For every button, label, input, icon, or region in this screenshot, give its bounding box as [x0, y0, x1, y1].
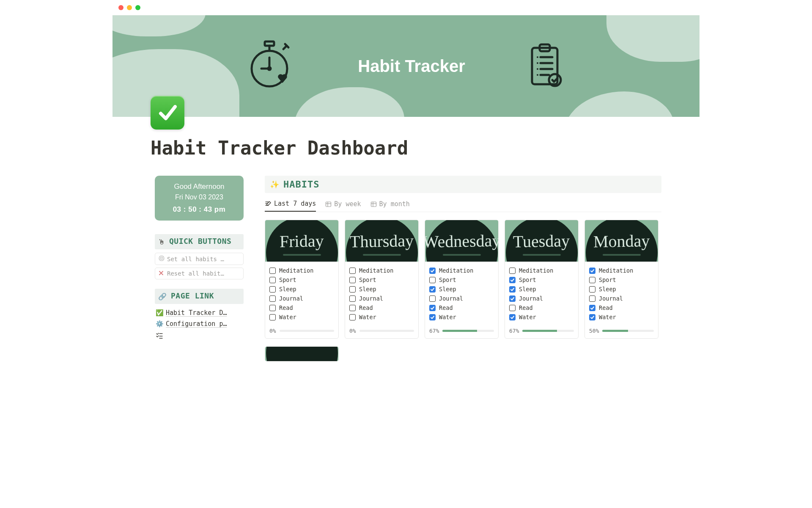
checkbox-icon: [429, 286, 436, 293]
habit-checkbox-row[interactable]: Meditation: [349, 266, 414, 275]
habit-label: Meditation: [599, 267, 633, 274]
habit-checkbox-row[interactable]: Water: [269, 312, 334, 322]
day-card[interactable]: ThursdayMeditationSportSleepJournalReadW…: [345, 220, 419, 339]
checkbox-icon: [509, 295, 516, 302]
habit-label: Journal: [439, 295, 463, 302]
table-icon: [325, 201, 332, 207]
habit-list: MeditationSportSleepJournalReadWater: [585, 262, 658, 325]
day-name-label: Thursday: [350, 230, 414, 251]
habit-label: Meditation: [519, 267, 553, 274]
day-card-cover: Monday: [585, 220, 658, 262]
habit-checkbox-row[interactable]: Sleep: [509, 284, 574, 294]
day-card[interactable]: FridayMeditationSportSleepJournalReadWat…: [265, 220, 339, 339]
reset-all-habits-button[interactable]: Reset all habit…: [155, 268, 244, 279]
habit-checkbox-row[interactable]: Sleep: [269, 284, 334, 294]
todo-icon-row[interactable]: [155, 329, 244, 342]
day-name-label: Friday: [280, 231, 324, 251]
habit-label: Meditation: [279, 267, 313, 274]
habit-checkbox-row[interactable]: Read: [429, 303, 494, 312]
checkbox-icon: [429, 277, 436, 283]
clock-date: Fri Nov 03 2023: [158, 193, 240, 201]
habit-list: MeditationSportSleepJournalReadWater: [345, 262, 418, 325]
habit-checkbox-row[interactable]: Sport: [429, 275, 494, 284]
habit-checkbox-row[interactable]: Journal: [349, 294, 414, 303]
day-card-cover: [265, 347, 338, 362]
habit-label: Sleep: [439, 286, 456, 293]
tab-label: Last 7 days: [274, 200, 316, 207]
window-minimize-button[interactable]: [127, 5, 132, 10]
habit-checkbox-row[interactable]: Journal: [269, 294, 334, 303]
habit-checkbox-row[interactable]: Read: [349, 303, 414, 312]
set-all-habits-button[interactable]: Set all habits …: [155, 253, 244, 265]
habit-checkbox-row[interactable]: Water: [589, 312, 654, 322]
svg-point-21: [161, 258, 162, 259]
habit-checkbox-row[interactable]: Meditation: [589, 266, 654, 275]
day-card-cover: Thursday: [345, 220, 418, 262]
svg-point-10: [537, 56, 538, 58]
habit-label: Read: [519, 304, 533, 311]
habit-checkbox-row[interactable]: Sport: [269, 275, 334, 284]
day-card[interactable]: MeditationSportSleepJournalReadWater: [265, 346, 339, 362]
day-card[interactable]: TuesdayMeditationSportSleepJournalReadWa…: [505, 220, 579, 339]
checkbox-icon: [589, 268, 595, 274]
checkbox-icon: [269, 268, 276, 274]
habit-checkbox-row[interactable]: Meditation: [269, 266, 334, 275]
habit-checkbox-row[interactable]: Journal: [589, 294, 654, 303]
habit-label: Sport: [439, 276, 456, 283]
clock-time: 03 : 50 : 43 pm: [158, 205, 240, 214]
habit-checkbox-row[interactable]: Water: [509, 312, 574, 322]
page-link-label: Configuration p…: [166, 320, 227, 328]
tab-label: By month: [379, 200, 410, 208]
set-all-label: Set all habits …: [167, 256, 224, 262]
mouse-icon: 🖱: [158, 238, 165, 246]
checkbox-icon: [509, 268, 516, 274]
habit-label: Journal: [599, 295, 623, 302]
checkbox-icon: [349, 314, 356, 320]
habit-checkbox-row[interactable]: Sport: [349, 275, 414, 284]
cover-title: Habit Tracker: [358, 57, 465, 76]
gear-emoji-icon: ⚙️: [156, 320, 163, 328]
habit-label: Water: [519, 314, 536, 320]
day-card[interactable]: WednesdayMeditationSportSleepJournalRead…: [425, 220, 499, 339]
tab-by-week[interactable]: By week: [325, 200, 361, 212]
habit-checkbox-row[interactable]: Sleep: [349, 284, 414, 294]
page-icon-checkmark[interactable]: [151, 96, 184, 130]
habit-checkbox-row[interactable]: Sport: [509, 275, 574, 284]
view-tabs: Last 7 days By week By month: [265, 200, 661, 212]
check-emoji-icon: ✅: [156, 309, 163, 317]
page-link-habit-tracker[interactable]: ✅ Habit Tracker D…: [155, 307, 244, 318]
habit-checkbox-row[interactable]: Water: [349, 312, 414, 322]
checkbox-icon: [429, 295, 436, 302]
habit-checkbox-row[interactable]: Journal: [509, 294, 574, 303]
habit-checkbox-row[interactable]: Sleep: [429, 284, 494, 294]
tab-label: By week: [334, 200, 361, 208]
habit-checkbox-row[interactable]: Journal: [429, 294, 494, 303]
habit-label: Water: [599, 314, 616, 320]
checkbox-icon: [589, 305, 595, 311]
habit-checkbox-row[interactable]: Read: [589, 303, 654, 312]
habit-checkbox-row[interactable]: Meditation: [509, 266, 574, 275]
habit-checkbox-row[interactable]: Read: [509, 303, 574, 312]
habit-checkbox-row[interactable]: Sport: [589, 275, 654, 284]
day-name-label: Wednesday: [425, 230, 498, 251]
habit-checkbox-row[interactable]: Water: [429, 312, 494, 322]
habit-checkbox-row[interactable]: Sleep: [589, 284, 654, 294]
window-close-button[interactable]: [118, 5, 123, 10]
day-card-cover: Friday: [265, 220, 338, 262]
tab-by-month[interactable]: By month: [370, 200, 410, 212]
progress-bar: [280, 330, 334, 332]
habit-checkbox-row[interactable]: Read: [269, 303, 334, 312]
page-link-configuration[interactable]: ⚙️ Configuration p…: [155, 318, 244, 329]
window-fullscreen-button[interactable]: [135, 5, 140, 10]
checkbox-icon: [509, 314, 516, 320]
svg-point-14: [537, 68, 538, 70]
habit-checkbox-row[interactable]: Meditation: [429, 266, 494, 275]
progress-row: 67%: [505, 325, 578, 338]
habit-label: Sport: [519, 276, 536, 283]
progress-row: 67%: [425, 325, 498, 338]
day-card[interactable]: MondayMeditationSportSleepJournalReadWat…: [584, 220, 658, 339]
habit-label: Read: [599, 304, 613, 311]
habit-label: Read: [359, 304, 373, 311]
tab-last-7-days[interactable]: Last 7 days: [265, 200, 316, 212]
reset-all-label: Reset all habit…: [167, 270, 224, 277]
